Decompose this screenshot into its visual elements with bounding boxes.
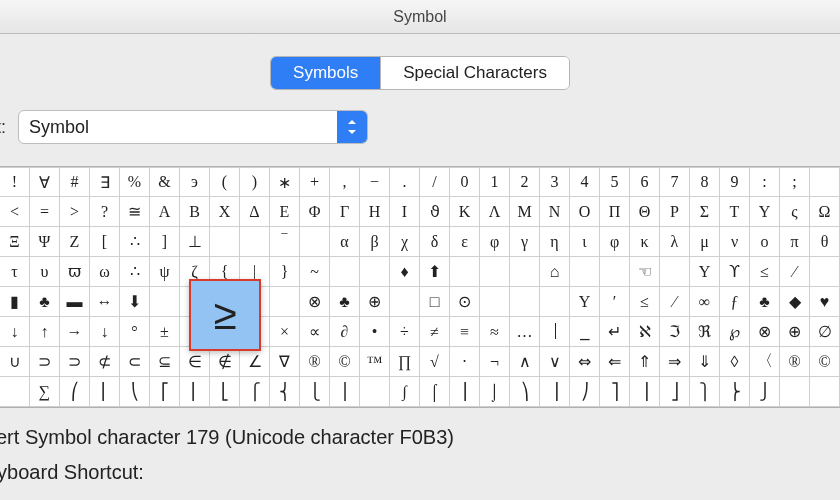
symbol-cell[interactable]: −: [360, 167, 390, 197]
symbol-cell[interactable]: ⎣: [210, 377, 240, 407]
symbol-cell[interactable]: η: [540, 227, 570, 257]
symbol-cell[interactable]: ⇐: [600, 347, 630, 377]
symbol-cell[interactable]: ⊕: [780, 317, 810, 347]
symbol-cell[interactable]: [240, 227, 270, 257]
symbol-cell[interactable]: ο: [750, 227, 780, 257]
symbol-cell[interactable]: ♣: [330, 287, 360, 317]
symbol-cell[interactable]: ÷: [390, 317, 420, 347]
symbol-cell[interactable]: °: [120, 317, 150, 347]
symbol-cell[interactable]: ®: [300, 347, 330, 377]
symbol-cell[interactable]: /: [420, 167, 450, 197]
symbol-cell[interactable]: [360, 377, 390, 407]
symbol-cell[interactable]: [780, 377, 810, 407]
tab-special-characters[interactable]: Special Characters: [381, 57, 569, 89]
symbol-cell[interactable]: э: [180, 167, 210, 197]
symbol-cell[interactable]: ≈: [480, 317, 510, 347]
symbol-cell[interactable]: ⎤: [600, 377, 630, 407]
symbol-cell[interactable]: #: [60, 167, 90, 197]
symbol-cell[interactable]: 3: [540, 167, 570, 197]
symbol-cell[interactable]: ν: [720, 227, 750, 257]
symbol-cell[interactable]: >: [60, 197, 90, 227]
symbol-cell[interactable]: ∀: [30, 167, 60, 197]
symbol-cell[interactable]: ⊂: [120, 347, 150, 377]
symbol-cell[interactable]: ∴: [120, 227, 150, 257]
symbol-cell[interactable]: [480, 257, 510, 287]
symbol-cell[interactable]: [480, 287, 510, 317]
symbol-cell[interactable]: 7: [660, 167, 690, 197]
symbol-cell[interactable]: ∇: [270, 347, 300, 377]
symbol-cell[interactable]: =: [30, 197, 60, 227]
symbol-cell[interactable]: ⊗: [300, 287, 330, 317]
symbol-cell[interactable]: ↓: [0, 317, 30, 347]
symbol-cell[interactable]: ]: [150, 227, 180, 257]
symbol-cell[interactable]: Ι: [390, 197, 420, 227]
symbol-cell[interactable]: ∞: [690, 287, 720, 317]
symbol-cell[interactable]: ): [240, 167, 270, 197]
symbol-cell[interactable]: ⊙: [450, 287, 480, 317]
symbol-cell[interactable]: ⁄: [780, 257, 810, 287]
symbol-cell[interactable]: [810, 257, 840, 287]
symbol-cell[interactable]: ⋅: [450, 347, 480, 377]
symbol-cell[interactable]: Ν: [540, 197, 570, 227]
symbol-cell[interactable]: ι: [570, 227, 600, 257]
symbol-cell[interactable]: Φ: [300, 197, 330, 227]
symbol-cell[interactable]: ∫: [390, 377, 420, 407]
symbol-cell[interactable]: Κ: [450, 197, 480, 227]
symbol-cell[interactable]: ◊: [720, 347, 750, 377]
symbol-cell[interactable]: ↓: [90, 317, 120, 347]
symbol-cell[interactable]: ∨: [540, 347, 570, 377]
symbol-cell[interactable]: ⊄: [90, 347, 120, 377]
symbol-cell[interactable]: ⇔: [570, 347, 600, 377]
symbol-cell[interactable]: Α: [150, 197, 180, 227]
symbol-cell[interactable]: 〈: [750, 347, 780, 377]
symbol-cell[interactable]: [360, 257, 390, 287]
symbol-cell[interactable]: ⎬: [720, 377, 750, 407]
symbol-cell[interactable]: [210, 227, 240, 257]
symbol-cell[interactable]: ⎢: [180, 377, 210, 407]
symbol-cell[interactable]: ⎪: [330, 377, 360, 407]
symbol-cell[interactable]: ⌡: [480, 377, 510, 407]
symbol-cell[interactable]: ⌠: [420, 377, 450, 407]
symbol-cell[interactable]: ∧: [510, 347, 540, 377]
symbol-cell[interactable]: 4: [570, 167, 600, 197]
symbol-cell[interactable]: ∂: [330, 317, 360, 347]
symbol-cell[interactable]: <: [0, 197, 30, 227]
symbol-cell[interactable]: ⊃: [60, 347, 90, 377]
symbol-cell[interactable]: ℘: [720, 317, 750, 347]
symbol-cell[interactable]: Ξ: [0, 227, 30, 257]
symbol-cell[interactable]: …: [510, 317, 540, 347]
symbol-cell[interactable]: π: [780, 227, 810, 257]
symbol-cell[interactable]: τ: [0, 257, 30, 287]
symbol-cell[interactable]: 8: [690, 167, 720, 197]
symbol-cell[interactable]: υ: [30, 257, 60, 287]
symbol-cell[interactable]: β: [360, 227, 390, 257]
symbol-cell[interactable]: ⬇: [120, 287, 150, 317]
symbol-cell[interactable]: ℜ: [690, 317, 720, 347]
symbol-cell[interactable]: .: [390, 167, 420, 197]
symbol-cell[interactable]: ⁄: [660, 287, 690, 317]
symbol-cell[interactable]: ⌂: [540, 257, 570, 287]
symbol-cell[interactable]: ▮: [0, 287, 30, 317]
symbol-cell[interactable]: ⬆: [420, 257, 450, 287]
symbol-cell[interactable]: [330, 257, 360, 287]
symbol-cell[interactable]: ↔: [90, 287, 120, 317]
symbol-cell[interactable]: ♥: [810, 287, 840, 317]
symbol-cell[interactable]: ~: [300, 257, 330, 287]
symbol-cell[interactable]: [300, 227, 330, 257]
symbol-cell[interactable]: →: [60, 317, 90, 347]
symbol-cell[interactable]: •: [360, 317, 390, 347]
symbol-cell[interactable]: }: [270, 257, 300, 287]
symbol-cell[interactable]: ⎜: [90, 377, 120, 407]
symbol-cell[interactable]: Ψ: [30, 227, 60, 257]
symbol-cell[interactable]: 9: [720, 167, 750, 197]
symbol-cell[interactable]: ®: [780, 347, 810, 377]
symbol-cell[interactable]: 1: [480, 167, 510, 197]
symbol-cell[interactable]: κ: [630, 227, 660, 257]
symbol-cell[interactable]: ⎛: [60, 377, 90, 407]
symbol-cell[interactable]: [810, 377, 840, 407]
symbol-cell[interactable]: Ε: [270, 197, 300, 227]
symbol-cell[interactable]: ε: [450, 227, 480, 257]
symbol-cell[interactable]: ♣: [30, 287, 60, 317]
symbol-cell[interactable]: Θ: [630, 197, 660, 227]
symbol-cell[interactable]: Ρ: [660, 197, 690, 227]
